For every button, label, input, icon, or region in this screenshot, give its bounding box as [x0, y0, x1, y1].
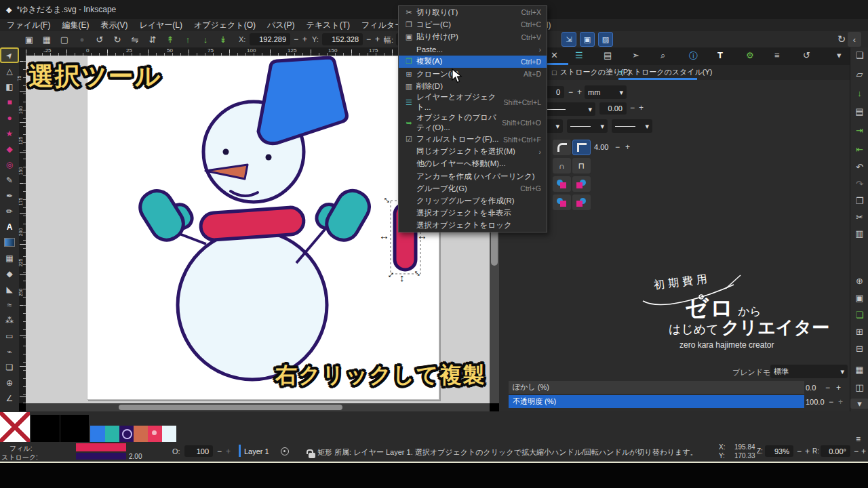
messages-dialog-icon[interactable]: ⓘ — [689, 50, 698, 62]
context-menu-item-duplicate[interactable]: ❐複製(A)Ctrl+D — [399, 56, 547, 68]
print-document-icon[interactable]: ▤ — [850, 106, 868, 117]
object-opacity-plus[interactable]: + — [224, 447, 233, 456]
swatch-blue[interactable] — [90, 426, 105, 442]
flip-horizontal-icon[interactable]: ⇋ — [126, 32, 144, 47]
unlink-clone-icon[interactable]: ⊟ — [850, 344, 868, 354]
x-minus-button[interactable]: − — [292, 35, 300, 44]
scale-handle-bottom[interactable]: ↕ — [399, 272, 405, 283]
dash-offset-input[interactable]: 0.00 — [599, 102, 627, 115]
scale-corners-toggle[interactable]: ▣ — [580, 32, 595, 47]
scale-stroke-toggle[interactable]: ⇲ — [561, 32, 576, 47]
selection-box-icon[interactable]: ▫ — [73, 32, 91, 47]
context-menu-item-clip-group[interactable]: クリップグループを作成(R) — [399, 195, 547, 207]
y-plus-button[interactable]: + — [373, 35, 382, 44]
marker-end-select[interactable]: ▾ — [612, 119, 652, 133]
context-menu-item-copy[interactable]: ❐コピー(C)Ctrl+C — [399, 18, 547, 30]
pencil-tool[interactable]: ✎ — [0, 172, 19, 188]
more-commands-icon[interactable]: ▾ — [850, 399, 868, 409]
zoom-plus[interactable]: + — [803, 447, 812, 456]
miter-minus[interactable]: − — [613, 142, 622, 152]
blur-slider[interactable]: ぼかし (%) — [509, 381, 804, 394]
menu-view[interactable]: 表示(V) — [100, 20, 127, 31]
paint-order-fsm-button[interactable] — [553, 176, 571, 192]
stroke-unit-select[interactable]: mm▾ — [585, 85, 627, 99]
align-dialog-icon[interactable]: ≡ — [774, 50, 780, 60]
blur-plus[interactable]: + — [834, 383, 843, 392]
history-dialog-icon[interactable]: ↺ — [803, 50, 810, 60]
gradient-tool[interactable] — [0, 235, 19, 250]
dash-offset-plus[interactable]: + — [637, 103, 646, 113]
zoom-page-icon[interactable]: ▣ — [850, 293, 868, 303]
redo-icon[interactable]: ↷ — [850, 179, 868, 189]
lower-to-bottom-icon[interactable]: ↡ — [214, 32, 232, 47]
lower-icon[interactable]: ↓ — [197, 32, 214, 47]
snowman-drawing[interactable] — [87, 56, 439, 400]
undo-icon[interactable]: ↶ — [850, 162, 868, 172]
dialog-close-icon[interactable]: ✕ — [551, 50, 558, 60]
layer-visibility-icon[interactable] — [281, 447, 289, 455]
group-icon[interactable]: ▦ — [850, 365, 868, 375]
context-menu-item-select-same[interactable]: 同じオブジェクトを選択(M)› — [399, 146, 547, 158]
tab-stroke-style[interactable]: ≡ ストロークのスタイル(Y) — [618, 67, 712, 77]
stroke-width-indicator[interactable]: 2.00 — [129, 453, 142, 460]
save-document-icon[interactable]: ↓ — [850, 88, 868, 98]
opacity-minus[interactable]: − — [827, 397, 835, 407]
rotation-input[interactable]: 0.00° — [821, 445, 850, 457]
context-menu-item-cut[interactable]: ✂切り取り(T)Ctrl+X — [399, 6, 547, 18]
horizontal-scrollbar-thumb[interactable] — [119, 405, 342, 410]
context-menu-item-paste-special[interactable]: Paste...› — [399, 43, 547, 56]
spray-tool[interactable]: ⁂ — [0, 312, 19, 328]
text-tool[interactable]: A — [0, 219, 19, 235]
export-dialog-icon[interactable]: ➣ — [632, 50, 639, 60]
swatch-teal[interactable] — [105, 426, 119, 442]
opacity-plus[interactable]: + — [836, 397, 845, 407]
context-menu-item-fill-stroke[interactable]: ☑フィル/ストローク(F)...Shift+Ctrl+F — [399, 133, 547, 145]
cap-round-button[interactable]: ∩ — [553, 158, 571, 174]
object-opacity-input[interactable]: 100 — [184, 445, 213, 457]
context-menu-item-layers-objects[interactable]: ☰レイヤーとオブジェクト...Shift+Ctrl+L — [399, 92, 547, 113]
rotate-ccw-icon[interactable]: ↺ — [91, 32, 108, 47]
zoom-drawing-icon[interactable]: ⊕ — [850, 276, 868, 286]
select-same-icon[interactable]: ▦ — [38, 32, 56, 47]
deselect-icon[interactable]: ▢ — [56, 32, 73, 47]
spiral-tool[interactable]: ◎ — [0, 157, 19, 172]
join-miter-button[interactable] — [572, 140, 591, 155]
hamburger-menu-icon[interactable]: ≡ — [856, 434, 861, 444]
select-all-icon[interactable]: ▣ — [20, 32, 38, 47]
calligraphy-tool[interactable]: ✏ — [0, 203, 19, 219]
current-layer-select[interactable]: Layer 1 — [244, 447, 269, 455]
layers-dialog-icon[interactable]: ☰ — [575, 50, 583, 60]
stroke-color-indicator[interactable] — [76, 453, 126, 460]
context-menu-item-paste[interactable]: ▣貼り付け(P)Ctrl+V — [399, 30, 547, 43]
box3d-tool[interactable]: ◆ — [0, 141, 19, 157]
new-document-icon[interactable]: ❏ — [850, 50, 868, 60]
vertical-ruler[interactable]: 75 100 125 150 175 200 225 250 — [19, 56, 26, 403]
scale-handle-left[interactable]: ↔ — [379, 230, 389, 241]
stroke-width-plus[interactable]: + — [575, 87, 584, 97]
cap-square-button[interactable]: ⊓ — [572, 158, 591, 174]
swatches-dialog-icon[interactable]: ▤ — [604, 50, 612, 60]
paint-order-msf-button[interactable] — [572, 195, 591, 210]
menu-object[interactable]: オブジェクト(O) — [194, 20, 256, 31]
swatch-crimson[interactable] — [148, 426, 162, 442]
y-input[interactable]: 152.328 — [322, 33, 363, 45]
scale-gradients-toggle[interactable]: ▨ — [598, 32, 613, 47]
star-tool[interactable]: ★ — [0, 125, 19, 141]
swatch-black[interactable] — [60, 415, 89, 442]
cut-icon[interactable]: ✂ — [850, 212, 868, 222]
dash-offset-minus[interactable]: − — [628, 103, 637, 113]
rotate-cw-icon[interactable]: ↻ — [108, 32, 126, 47]
mesh-tool[interactable]: ▦ — [0, 250, 19, 266]
bucket-tool[interactable]: ◣ — [0, 281, 19, 297]
eraser-tool[interactable]: ▭ — [0, 328, 19, 344]
dropper-tool[interactable]: ◆ — [0, 266, 19, 281]
swatch-black[interactable] — [31, 415, 60, 442]
context-menu-item-create-anchor[interactable]: アンカーを作成 (ハイパーリンク) — [399, 170, 547, 182]
x-plus-button[interactable]: + — [300, 35, 309, 44]
context-menu-item-object-properties[interactable]: ➥オブジェクトのプロパティ(O)...Shift+Ctrl+O — [399, 113, 547, 133]
tweak-tool[interactable]: ≈ — [0, 297, 19, 312]
miter-plus[interactable]: + — [623, 142, 632, 152]
x-input[interactable]: 192.289 — [250, 33, 290, 45]
context-menu-item-lock-selected[interactable]: 選択オブジェクトをロック — [399, 220, 547, 232]
duplicate-icon[interactable]: ❏ — [850, 310, 868, 320]
